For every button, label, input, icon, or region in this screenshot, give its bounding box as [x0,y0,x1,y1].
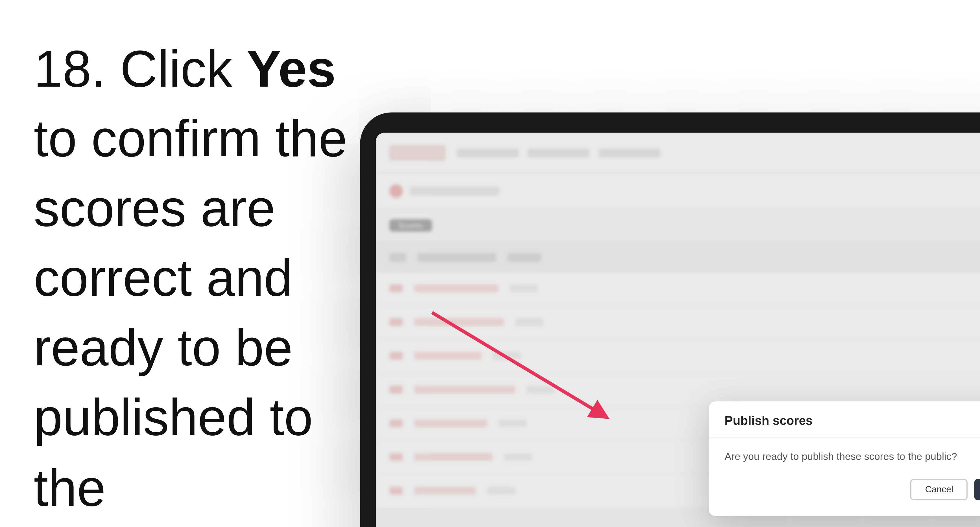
tablet-device: Scores [360,113,980,527]
modal-overlay: Publish scores × Are you ready to publis… [376,133,980,527]
instruction-text: 18. Click Yes to confirm the scores are … [34,34,360,527]
publish-scores-dialog: Publish scores × Are you ready to publis… [709,401,980,516]
modal-header: Publish scores × [709,401,980,438]
modal-title: Publish scores [724,413,813,427]
modal-actions: Cancel Yes [724,479,980,501]
yes-bold: Yes [247,39,336,98]
cancel-button[interactable]: Cancel [910,479,968,501]
tablet-screen: Scores [376,133,980,527]
modal-message: Are you ready to publish these scores to… [724,449,980,464]
step-number: 18. [34,39,106,98]
yes-button[interactable]: Yes [975,479,980,501]
modal-body: Are you ready to publish these scores to… [709,438,980,516]
